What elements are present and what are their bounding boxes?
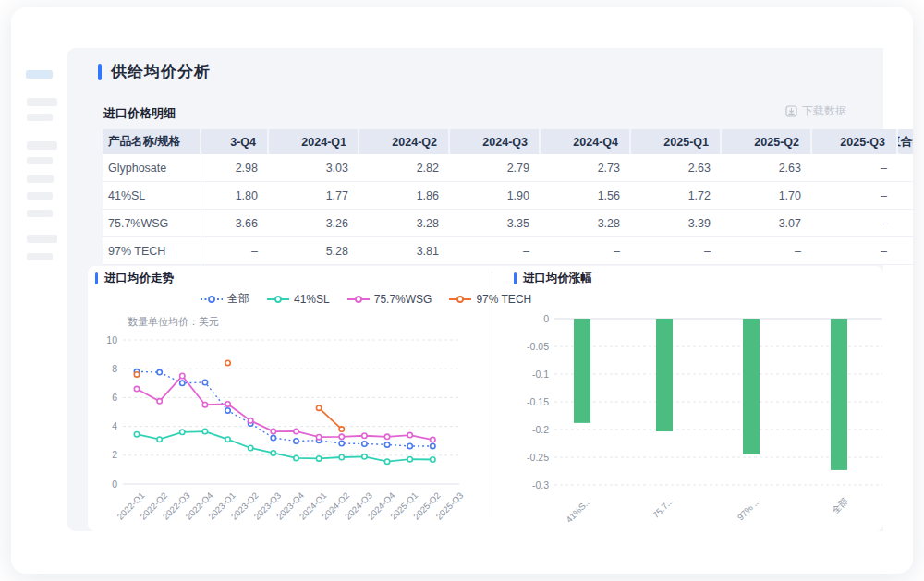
legend-label: 全部 (227, 291, 249, 307)
cagr-cell: -24.50% (898, 237, 913, 265)
value-cell: 5.28 (269, 237, 359, 265)
legend-label: 41%SL (294, 293, 330, 306)
sidebar-item[interactable] (27, 98, 57, 106)
column-header: 2025-Q1 (631, 129, 722, 154)
legend-label: 75.7%WSG (374, 293, 432, 306)
value-cell: 2.98 (201, 154, 269, 182)
svg-text:8: 8 (112, 363, 117, 374)
value-cell: 1.90 (450, 182, 541, 210)
value-cell: 1.56 (541, 182, 631, 210)
svg-text:0: 0 (543, 313, 549, 324)
cagr-cell: -27.32% (898, 154, 913, 182)
value-cell: – (812, 182, 898, 210)
chart-accent-bar (95, 272, 98, 284)
line-chart-title-row: 进口均价走势 (95, 271, 174, 286)
sidebar-item[interactable] (27, 175, 54, 183)
cagr-header-content: 复合年均增长率ⓘ (898, 134, 913, 150)
table-row: 97% TECH–5.283.81–––––-24.50% (103, 237, 913, 265)
svg-text:-0.25: -0.25 (527, 452, 549, 463)
column-header: 2024-Q4 (541, 129, 631, 154)
product-name-cell: 97% TECH (103, 237, 201, 265)
page-title-row: 供给均价分析 (98, 61, 211, 82)
growth-bar-chart[interactable]: 0-0.05-0.1-0.15-0.2-0.25-0.341%S...75.7.… (492, 303, 883, 531)
legend-item-75.7%WSG[interactable]: 75.7%WSG (347, 293, 432, 306)
value-cell: 1.72 (631, 182, 722, 210)
sidebar-item[interactable] (27, 114, 53, 121)
svg-text:-0.1: -0.1 (532, 369, 549, 380)
value-cell: 3.81 (359, 237, 450, 265)
sidebar-item[interactable] (27, 141, 57, 150)
legend-marker (449, 295, 471, 304)
chart-legend: 全部41%SL75.7%WSG97% TECH (201, 291, 531, 307)
table-row: Glyphosate2.983.032.822.792.732.632.63–-… (103, 154, 913, 182)
sidebar (11, 7, 67, 574)
svg-text:2: 2 (112, 449, 117, 460)
value-cell: – (541, 237, 631, 265)
svg-text:-0.05: -0.05 (527, 341, 549, 352)
table-header-row: 产品名称/规格3-Q42024-Q12024-Q22024-Q32024-Q42… (103, 129, 913, 154)
svg-text:-0.3: -0.3 (532, 479, 549, 490)
table-section-title: 进口价格明细 (103, 105, 176, 122)
value-cell: 3.03 (269, 154, 359, 182)
value-cell: 2.73 (541, 154, 631, 182)
sidebar-item[interactable] (27, 210, 53, 217)
column-header: 2024-Q1 (269, 129, 359, 154)
legend-item-全部[interactable]: 全部 (201, 291, 249, 307)
table-row: 75.7%WSG3.663.263.283.353.283.393.07–-20… (103, 210, 913, 237)
value-cell: – (812, 237, 898, 265)
trend-line-chart[interactable]: 02468102022-Q12022-Q22022-Q32022-Q42023-… (88, 312, 492, 531)
svg-text:10: 10 (106, 334, 117, 345)
value-cell: 3.07 (722, 210, 812, 237)
column-header: 产品名称/规格 (103, 129, 201, 154)
download-label: 下载数据 (802, 103, 846, 119)
legend-marker (267, 295, 289, 304)
column-header: 复合年均增长率ⓘ (898, 129, 913, 154)
value-cell: 1.80 (201, 182, 269, 210)
download-icon (785, 105, 797, 117)
svg-text:41%S...: 41%S... (564, 496, 592, 525)
svg-text:4: 4 (112, 420, 117, 431)
svg-text:-0.15: -0.15 (527, 396, 549, 407)
bar-chart-title-row: 进口均价涨幅 (514, 271, 592, 286)
sidebar-item[interactable] (27, 235, 57, 243)
sidebar-item[interactable] (27, 157, 53, 164)
cagr-cell: -18.81% (898, 182, 913, 210)
line-chart-title: 进口均价走势 (104, 271, 174, 286)
value-cell: 2.63 (631, 154, 722, 182)
value-cell: – (631, 237, 722, 265)
download-data-button[interactable]: 下载数据 (782, 102, 850, 121)
value-cell: 2.82 (359, 154, 450, 182)
svg-text:75.7...: 75.7... (650, 496, 675, 520)
legend-marker (201, 295, 223, 304)
value-cell: – (812, 154, 898, 182)
column-header: 2025-Q2 (722, 129, 812, 154)
value-cell: – (201, 237, 269, 265)
sidebar-item[interactable] (27, 192, 53, 200)
sidebar-item-active[interactable] (26, 70, 53, 79)
legend-marker (347, 295, 370, 304)
value-cell: 3.28 (541, 210, 631, 237)
value-cell: 3.26 (269, 210, 359, 237)
column-header: 2024-Q3 (450, 129, 541, 154)
page-title: 供给均价分析 (111, 61, 211, 82)
title-accent-bar (98, 64, 102, 80)
bar-chart-title: 进口均价涨幅 (523, 271, 592, 286)
value-cell: 1.77 (269, 182, 359, 210)
legend-item-41%SL[interactable]: 41%SL (267, 293, 330, 306)
value-cell: 1.70 (722, 182, 812, 210)
value-cell: 3.35 (450, 210, 541, 237)
product-name-cell: Glyphosate (103, 154, 201, 182)
chart-accent-bar (514, 272, 517, 284)
sidebar-item[interactable] (27, 253, 53, 260)
value-cell: 2.63 (722, 154, 812, 182)
table-row: 41%SL1.801.771.861.901.561.721.70–-18.81… (103, 182, 913, 210)
app-window: 供给均价分析 进口价格明细 下载数据 产品名称/规格3-Q42024-Q1202… (11, 7, 913, 574)
column-header-label: 复合年均增长率 (898, 134, 913, 150)
column-header: 3-Q4 (201, 129, 269, 154)
product-name-cell: 41%SL (103, 182, 201, 210)
value-cell: – (722, 237, 812, 265)
value-cell: 3.28 (359, 210, 450, 237)
svg-text:0: 0 (112, 478, 117, 490)
svg-text:97% ...: 97% ... (736, 496, 762, 523)
analysis-panel: 供给均价分析 进口价格明细 下载数据 产品名称/规格3-Q42024-Q1202… (67, 48, 883, 531)
